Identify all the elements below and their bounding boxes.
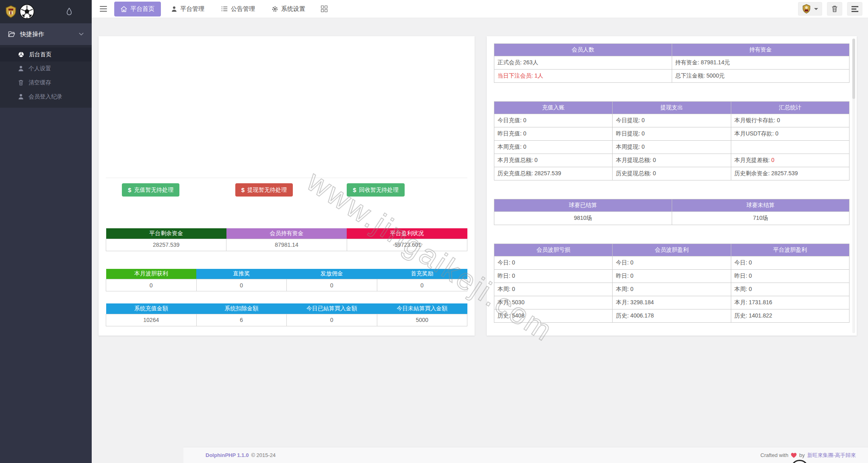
- user-icon: [18, 66, 24, 72]
- logo-area: [0, 0, 92, 23]
- folder-open-icon: [8, 31, 15, 37]
- footer-company-link[interactable]: 新旺來集團-高手歸來: [807, 452, 856, 459]
- info-table-header-row: 会员人数持有资金: [494, 44, 849, 56]
- scrollbar[interactable]: [852, 39, 855, 333]
- info-table-header: 会员人数: [494, 44, 672, 56]
- withdraw-pending-button[interactable]: $ 提现暂无待处理: [235, 183, 293, 197]
- cell-text: 今日: 0: [734, 259, 752, 266]
- cell-text: 昨日提现: 0: [616, 130, 645, 137]
- cell-text: 今日提现: 0: [616, 117, 645, 123]
- pending-buttons-row: $ 充值暂无待处理 $ 提现暂无待处理 $ 回收暂无待处理: [106, 183, 467, 197]
- sidebar-item-label: 后台首页: [29, 51, 51, 58]
- stat-table-header: 发放佣金: [287, 269, 377, 279]
- info-cell: 本周提现: 0: [613, 141, 731, 154]
- cell-text: 本月充提差额:: [734, 157, 771, 163]
- info-cell: 正式会员: 263人: [494, 56, 672, 70]
- info-table-header-row: 会员波胆亏损会员波胆盈利平台波胆盈利: [494, 244, 849, 256]
- cell-text: 昨日: 0: [734, 272, 752, 279]
- sidebar-item-personal-settings[interactable]: 个人设置: [0, 61, 92, 76]
- apps-grid-icon[interactable]: [318, 3, 330, 15]
- info-cell: 本月充值总额: 0: [494, 154, 613, 167]
- cell-text: 今日充值: 0: [498, 117, 527, 123]
- cell-text: 总下注金额: 5000元: [675, 72, 725, 79]
- info-table-row: 本月充值总额: 0本月提现总额: 0本月充提差额: 0: [494, 154, 849, 167]
- trash-icon: [831, 5, 838, 12]
- tab-platform-home[interactable]: 平台首页: [114, 2, 161, 16]
- stat-table-header: 今日已結算買入金額: [287, 303, 377, 314]
- info-cell: 昨日提现: 0: [613, 127, 731, 141]
- gear-icon: [272, 6, 278, 12]
- info-table-header: 提现支出: [613, 102, 731, 114]
- cell-text: 本月充值总额: 0: [498, 157, 538, 163]
- cell-text: 本周提现: 0: [616, 143, 645, 150]
- info-cell: 历史: 4006.178: [613, 309, 731, 323]
- deposit-pending-button[interactable]: $ 充值暂无待处理: [122, 183, 179, 197]
- info-cell: 今日: 0: [494, 256, 613, 270]
- right-panel: 会员人数持有资金正式会员: 263人持有资金: 87981.14元当日下注会员:…: [487, 36, 857, 336]
- cell-text: 本月提现总额: 0: [616, 157, 656, 163]
- dollar-icon: $: [353, 186, 356, 193]
- sidebar-group-label: 快捷操作: [20, 31, 44, 38]
- sidebar-item-dashboard[interactable]: 后台首页: [0, 47, 92, 61]
- sidebar-group-quick-actions[interactable]: 快捷操作: [0, 23, 92, 45]
- info-table-header: 持有资金: [672, 44, 849, 56]
- stat-table-header-row: 系统充值金額系统扣除金額今日已結算買入金額今日未結算買入金額: [106, 303, 467, 314]
- stat-table-value: 0: [196, 279, 287, 291]
- info-cell: 今日充值: 0: [494, 114, 613, 127]
- stat-table-header: 今日未結算買入金額: [377, 303, 467, 314]
- cell-text: 710场: [753, 215, 768, 221]
- clear-cache-button[interactable]: [827, 2, 842, 16]
- stat-table-header: 会员持有资金: [226, 228, 347, 239]
- info-cell: 历史充值总额: 28257.539: [494, 167, 613, 180]
- info-cell: 本月充提差额: 0: [731, 154, 849, 167]
- main-area: 平台首页 平台管理 公告管理 系统设置: [92, 0, 868, 463]
- stat-table-value: 0: [377, 279, 467, 291]
- cell-text: 本周: 0: [498, 286, 515, 292]
- tab-platform-management[interactable]: 平台管理: [165, 2, 211, 16]
- cell-text: 正式会员: 263人: [498, 59, 538, 66]
- info-cell: 昨日: 0: [613, 270, 731, 283]
- info-table-header-row: 充值入账提现支出汇总统计: [494, 102, 849, 114]
- info-table-row: 今日: 0今日: 0今日: 0: [494, 256, 849, 270]
- info-table-header-row: 球赛已结算球赛未结算: [494, 199, 849, 212]
- avatar-dropdown-button[interactable]: [798, 2, 822, 16]
- footer-brand-link[interactable]: DolphinPHP 1.1.0: [206, 452, 249, 458]
- info-cell: 9810场: [494, 212, 672, 225]
- info-table-row: 本周: 0本周: 0本周: 0: [494, 283, 849, 296]
- hamburger-menu-icon[interactable]: [98, 4, 109, 13]
- recycle-pending-button[interactable]: $ 回收暂无待处理: [347, 183, 404, 197]
- tab-system-settings[interactable]: 系统设置: [265, 2, 312, 16]
- sidebar-item-member-login-records[interactable]: 会员登入纪录: [0, 90, 92, 104]
- tab-label: 系统设置: [281, 5, 305, 13]
- stat-table-value: 87981.14: [226, 239, 347, 251]
- heart-icon: [791, 453, 797, 458]
- tab-announcement-management[interactable]: 公告管理: [215, 2, 261, 16]
- log-menu-button[interactable]: [847, 2, 862, 16]
- sidebar-item-label: 清空缓存: [29, 79, 51, 86]
- user-icon: [171, 6, 177, 12]
- info-cell: 当日下注会员: 1人: [494, 70, 672, 83]
- info-table-bodan-profit-loss: 会员波胆亏损会员波胆盈利平台波胆盈利今日: 0今日: 0今日: 0昨日: 0昨日…: [494, 244, 849, 323]
- info-table-matches-settlement: 球赛已结算球赛未结算9810场710场: [494, 199, 849, 225]
- stat-table: 本月波胆获利直推奖发放佣金首充奖励0000: [106, 269, 467, 292]
- stat-table-header: 平台盈利状况: [347, 228, 467, 239]
- info-table-header: 球赛已结算: [494, 199, 672, 212]
- cell-text: 历史提现总额: 0: [616, 170, 656, 176]
- info-cell: 历史提现总额: 0: [613, 167, 731, 180]
- info-table-row: 正式会员: 263人持有资金: 87981.14元: [494, 56, 849, 70]
- droplet-icon[interactable]: [66, 7, 72, 16]
- info-table-deposit-withdraw-summary: 充值入账提现支出汇总统计今日充值: 0今日提现: 0本月银行卡存款: 0昨日充值…: [494, 101, 849, 180]
- stat-table-value: 6: [196, 314, 287, 326]
- info-cell: 今日提现: 0: [613, 114, 731, 127]
- info-cell: 本周: 0: [494, 283, 613, 296]
- stat-table-header: 本月波胆获利: [106, 269, 197, 279]
- info-cell: 昨日: 0: [494, 270, 613, 283]
- stat-table-header: 直推奖: [196, 269, 287, 279]
- button-label: 回收暂无待处理: [359, 186, 399, 194]
- cell-text: 本月银行卡存款: 0: [734, 117, 780, 123]
- caret-down-icon: [814, 8, 818, 10]
- stat-table-header: 平台剩余资金: [106, 228, 226, 239]
- cell-text: 持有资金: 87981.14元: [675, 59, 730, 66]
- content: $ 充值暂无待处理 $ 提现暂无待处理 $ 回收暂无待处理 平台剩余资金会员持有…: [92, 18, 868, 336]
- sidebar-item-clear-cache[interactable]: 清空缓存: [0, 76, 92, 90]
